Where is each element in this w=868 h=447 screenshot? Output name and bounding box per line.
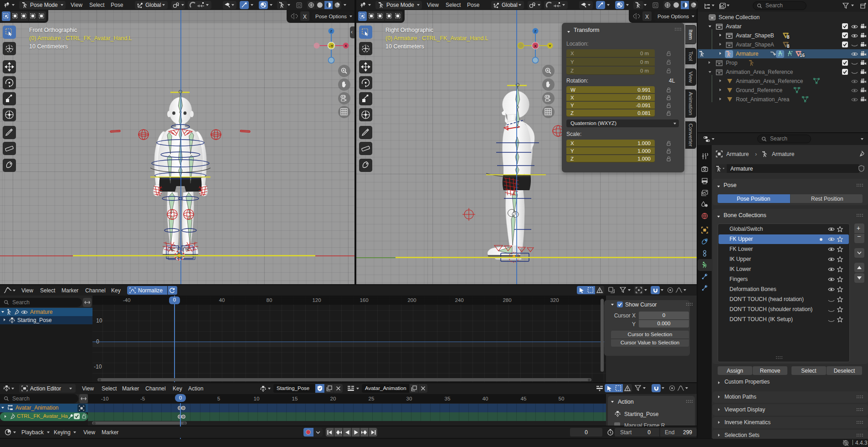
svg-text:Y: Y: [549, 44, 551, 48]
svg-text:Z: Z: [534, 29, 537, 33]
svg-text:Z: Z: [330, 29, 333, 33]
svg-text:-Y: -Y: [329, 44, 334, 48]
svg-text:X: X: [534, 44, 537, 48]
svg-text:X: X: [344, 44, 347, 48]
